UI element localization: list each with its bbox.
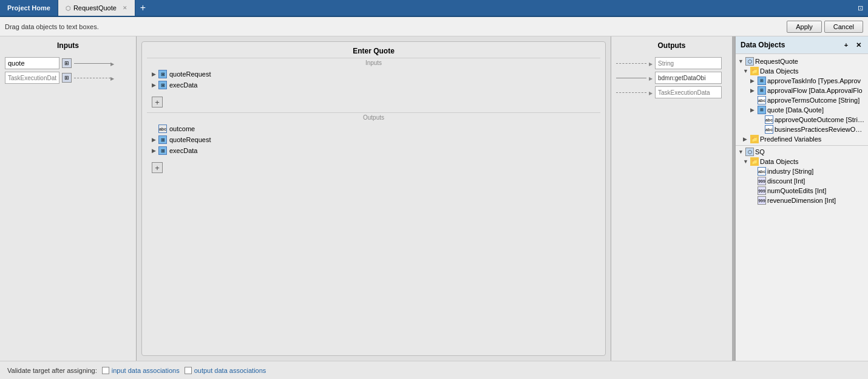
grid-icon-af: ⊞ bbox=[758, 86, 766, 95]
center-output-row-1: ▶ ⊞ quoteRequest bbox=[152, 135, 595, 144]
label-af: approvalFlow [Data.ApprovalFlo bbox=[767, 87, 863, 94]
input-row-1: ⊞ bbox=[5, 72, 131, 84]
output-associations-checkbox[interactable] bbox=[185, 367, 192, 374]
output-label-0: outcome bbox=[169, 125, 195, 132]
expand-ati[interactable]: ▶ bbox=[750, 78, 756, 84]
tab-project-home[interactable]: Project Home bbox=[0, 0, 58, 16]
struct-icon-1: ⊞ bbox=[158, 81, 167, 89]
expand-1[interactable]: ▶ bbox=[152, 82, 156, 88]
tree-item-approvalflow[interactable]: ▶ ⊞ approvalFlow [Data.ApprovalFlo bbox=[736, 86, 868, 95]
center-output-row-2: ▶ ⊞ execData bbox=[152, 146, 595, 155]
input-field-0[interactable] bbox=[5, 57, 59, 69]
center-input-row-1: ▶ ⊞ execData bbox=[152, 81, 595, 89]
abc-icon-at: abc bbox=[758, 96, 766, 104]
grid-icon-ati: ⊞ bbox=[758, 77, 766, 85]
data-objects-icons: + ✕ bbox=[841, 40, 863, 50]
input-icon-0[interactable]: ⊞ bbox=[62, 58, 72, 68]
output-field-0[interactable] bbox=[655, 57, 722, 69]
tab-icon: ⬡ bbox=[66, 5, 71, 12]
label-rd: revenueDimension [Int] bbox=[767, 197, 836, 204]
tree-item-predefined[interactable]: ▶ 📁 Predefined Variables bbox=[736, 134, 868, 144]
toolbar: Drag data objects to text boxes. Apply C… bbox=[0, 17, 868, 36]
tree-item-approvetaskinfo[interactable]: ▶ ⊞ approveTaskInfo [Types.Approv bbox=[736, 76, 868, 86]
label-bpro: businessPracticesReviewOutcom bbox=[775, 126, 866, 133]
outputs-add-button[interactable]: + bbox=[152, 162, 163, 173]
tree-item-revenuedimension[interactable]: ▶ 999 revenueDimension [Int] bbox=[736, 196, 868, 205]
add-data-object-button[interactable]: + bbox=[841, 40, 851, 50]
input-icon-1[interactable]: ⊞ bbox=[62, 73, 72, 83]
tree-item-do-rq[interactable]: ▼ 📁 Data Objects bbox=[736, 66, 868, 76]
tree-item-requestquote[interactable]: ▼ ⬡ RequestQuote bbox=[736, 56, 868, 66]
center-output-row-0: ▶ abc outcome bbox=[152, 125, 595, 133]
data-objects-panel: Data Objects + ✕ ▼ ⬡ RequestQuote ▼ 📁 Da… bbox=[734, 36, 868, 361]
tree-item-industry[interactable]: ▶ abc industry [String] bbox=[736, 166, 868, 176]
bottom-label: Validate target after assigning: bbox=[7, 367, 97, 374]
outputs-panel: Outputs bbox=[611, 36, 732, 361]
expand-af[interactable]: ▶ bbox=[750, 87, 756, 94]
apply-button[interactable]: Apply bbox=[787, 21, 822, 33]
task-title: Enter Quote bbox=[142, 42, 605, 58]
expand-sq[interactable]: ▼ bbox=[738, 149, 744, 155]
outputs-content: ▶ abc outcome ▶ ⊞ quoteRequest ▶ ⊞ execD… bbox=[142, 122, 605, 160]
expand-pv[interactable]: ▶ bbox=[743, 136, 749, 142]
arrow-right-1 bbox=[110, 74, 114, 81]
tab-close-icon[interactable]: ✕ bbox=[123, 5, 127, 11]
output-field-1[interactable] bbox=[655, 72, 722, 84]
label-pv: Predefined Variables bbox=[760, 135, 821, 143]
expand-do-rq[interactable]: ▼ bbox=[743, 68, 749, 74]
plus-icon: + bbox=[140, 2, 146, 13]
tree-item-aqo[interactable]: ▶ abc approveQuoteOutcome [String] bbox=[736, 115, 868, 125]
tree-item-do-sq[interactable]: ▼ 📁 Data Objects bbox=[736, 157, 868, 166]
output-associations-label[interactable]: output data associations bbox=[194, 367, 266, 374]
int-icon-rd: 999 bbox=[758, 196, 766, 205]
cancel-button[interactable]: Cancel bbox=[824, 21, 863, 33]
output-row-1 bbox=[616, 72, 727, 84]
label-ind: industry [String] bbox=[767, 168, 813, 175]
task-box: Enter Quote Inputs ▶ ⊞ quoteRequest ▶ ⊞ … bbox=[141, 41, 606, 356]
label-ati: approveTaskInfo [Types.Approv bbox=[767, 77, 861, 84]
label-sq: SQ bbox=[755, 148, 765, 155]
input-associations-label[interactable]: input data associations bbox=[112, 367, 180, 374]
tree-item-bpro[interactable]: ▶ abc businessPracticesReviewOutcom bbox=[736, 125, 868, 134]
label-q: quote [Data.Quote] bbox=[767, 106, 824, 114]
bottom-bar: Validate target after assigning: input d… bbox=[0, 361, 868, 379]
label-do-sq: Data Objects bbox=[760, 158, 799, 165]
input-label-0: quoteRequest bbox=[169, 70, 211, 78]
tree-item-numquoteedits[interactable]: ▶ 999 numQuoteEdits [Int] bbox=[736, 186, 868, 196]
label-at: approveTermsOutcome [String] bbox=[767, 97, 860, 104]
expand-requestquote[interactable]: ▼ bbox=[738, 58, 744, 64]
project-home-label: Project Home bbox=[7, 4, 50, 12]
expand-q[interactable]: ▶ bbox=[750, 107, 756, 113]
abc-icon-0: abc bbox=[158, 125, 167, 133]
struct-icon-out-1: ⊞ bbox=[158, 135, 167, 144]
expand-do-sq[interactable]: ▼ bbox=[743, 159, 749, 165]
center-input-row-0: ▶ ⊞ quoteRequest bbox=[152, 70, 595, 78]
input-field-1[interactable] bbox=[5, 72, 59, 84]
tab-add-button[interactable]: + bbox=[135, 0, 151, 16]
input-row-0: ⊞ bbox=[5, 57, 131, 69]
tree-item-approveterms[interactable]: ▶ abc approveTermsOutcome [String] bbox=[736, 95, 868, 105]
window-controls[interactable]: ⊡ bbox=[853, 0, 868, 16]
struct-icon-out-2: ⊞ bbox=[158, 146, 167, 155]
int-icon-nqe: 999 bbox=[758, 186, 766, 195]
expand-0[interactable]: ▶ bbox=[152, 71, 156, 77]
inputs-add-button[interactable]: + bbox=[152, 97, 163, 108]
arrow-right-0 bbox=[110, 60, 114, 67]
input-associations-checkbox[interactable] bbox=[102, 367, 109, 374]
out-arrow-1 bbox=[649, 74, 653, 81]
tree-item-quote[interactable]: ▶ ⊞ quote [Data.Quote] bbox=[736, 105, 868, 115]
tree-item-discount[interactable]: ▶ 999 discount [Int] bbox=[736, 176, 868, 186]
tab-request-quote[interactable]: ⬡ RequestQuote ✕ bbox=[58, 0, 135, 16]
folder-icon-do-sq: 📁 bbox=[750, 157, 759, 166]
close-data-objects-button[interactable]: ✕ bbox=[853, 40, 863, 50]
label-requestquote: RequestQuote bbox=[755, 58, 798, 65]
output-field-2[interactable] bbox=[655, 86, 722, 98]
process-icon-rq: ⬡ bbox=[745, 57, 754, 66]
int-icon-disc: 999 bbox=[758, 177, 766, 185]
inputs-title: Inputs bbox=[5, 41, 131, 50]
folder-icon-pv: 📁 bbox=[750, 135, 759, 143]
tab-bar: Project Home ⬡ RequestQuote ✕ + ⊡ bbox=[0, 0, 868, 17]
tree-item-sq[interactable]: ▼ ⬡ SQ bbox=[736, 147, 868, 157]
out-expand-2[interactable]: ▶ bbox=[152, 148, 156, 154]
out-expand-1[interactable]: ▶ bbox=[152, 137, 156, 143]
